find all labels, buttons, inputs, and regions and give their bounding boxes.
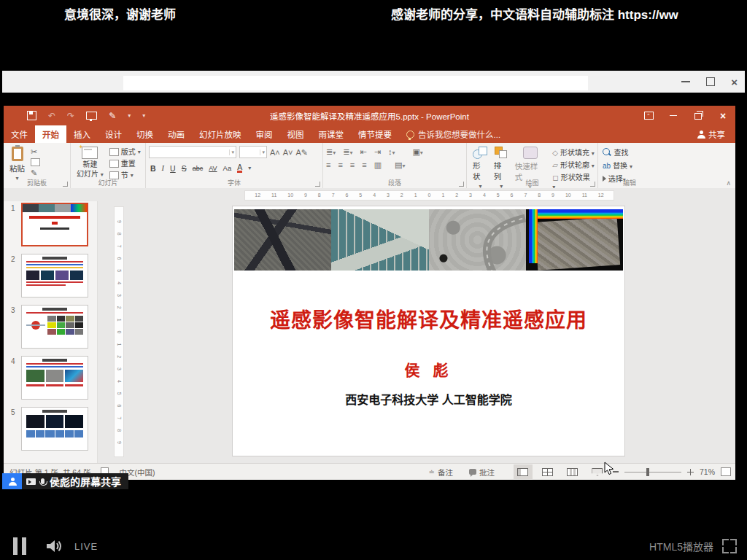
slide-sorter-view-button[interactable] <box>538 464 557 479</box>
ink-pen-icon[interactable]: ✎ <box>109 111 116 121</box>
ppt-minimize-button[interactable] <box>661 106 686 125</box>
horizontal-ruler: 12 11 10 9 8 7 6 5 4 3 2 1 0 1 2 3 4 5 6… <box>244 190 614 201</box>
underline-button[interactable]: U <box>170 164 176 173</box>
align-right-icon[interactable]: ≡ <box>350 160 355 171</box>
ppt-restore-button[interactable] <box>686 106 711 125</box>
font-color-button[interactable]: A <box>237 163 242 173</box>
increase-indent-icon[interactable]: ⇥ <box>374 147 381 158</box>
grow-font-icon[interactable]: A˄ <box>270 148 280 157</box>
share-button[interactable]: 共享 <box>687 125 735 143</box>
ribbon-display-options-button[interactable]: ⌃ <box>636 106 661 125</box>
ppt-close-button[interactable]: × <box>711 106 735 125</box>
slide-image-road <box>429 209 526 271</box>
character-spacing-button[interactable]: AV <box>209 165 217 172</box>
font-size-input[interactable]: ▾ <box>239 146 267 158</box>
tab-slideshow[interactable]: 幻灯片放映 <box>192 125 249 143</box>
cut-icon[interactable]: ✂ <box>31 147 40 156</box>
zoom-in-button[interactable] <box>687 469 694 475</box>
tab-file[interactable]: 文件 <box>4 125 35 143</box>
powerpoint-window: ↶ ↷ ✎ ▾ ▾ 遥感影像智能解译及精准遥感应用5.pptx - PowerP… <box>4 106 735 479</box>
tab-transitions[interactable]: 切换 <box>129 125 160 143</box>
thumbnail-slide-3[interactable]: 3 <box>11 305 88 349</box>
shape-fill-button[interactable]: ◇形状填充 ▾ <box>552 147 595 158</box>
layout-button[interactable]: 版式▾ <box>109 147 141 157</box>
font-dialog-launcher-icon[interactable] <box>315 182 320 187</box>
qat-dropdown-icon[interactable]: ▾ <box>128 112 131 119</box>
comments-icon <box>469 469 476 475</box>
slide-image-strip <box>234 209 623 271</box>
paste-button[interactable]: 粘贴 ▾ <box>7 146 28 182</box>
shape-outline-button[interactable]: ▱形状轮廓 ▾ <box>552 159 595 170</box>
redo-icon[interactable]: ↷ <box>67 111 74 121</box>
tell-me-box[interactable]: 告诉我您想要做什么... <box>399 125 508 143</box>
tab-animations[interactable]: 动画 <box>160 125 192 143</box>
thumbnail-slide-1[interactable]: 1 <box>11 203 88 246</box>
collapse-ribbon-chevron-icon[interactable]: ∧ <box>726 179 731 187</box>
zoom-level[interactable]: 71% <box>700 467 715 476</box>
outer-maximize-button[interactable] <box>706 77 715 86</box>
text-direction-icon[interactable]: ▣▾ <box>412 147 422 158</box>
font-color-dropdown-icon[interactable]: ▾ <box>248 165 251 171</box>
text-shadow-button[interactable]: abc <box>193 165 204 172</box>
decrease-indent-icon[interactable]: ⇤ <box>360 147 366 158</box>
justify-icon[interactable]: ≡ <box>362 160 366 171</box>
outer-minimize-button[interactable] <box>681 81 690 82</box>
thumbnail-slide-2[interactable]: 2 <box>11 254 88 298</box>
volume-button[interactable] <box>45 537 64 555</box>
line-spacing-icon[interactable]: ↕▾ <box>388 147 395 158</box>
format-painter-icon[interactable]: ✎ <box>31 168 40 177</box>
thumbnail-slide-5[interactable]: 5 <box>11 407 88 451</box>
live-badge: LIVE <box>74 541 98 552</box>
thumbnail-slide-4[interactable]: 4 <box>11 356 88 400</box>
start-slideshow-icon[interactable] <box>86 112 97 120</box>
pause-button[interactable] <box>13 537 26 555</box>
numbering-icon[interactable]: ≣▾ <box>343 147 352 158</box>
save-icon[interactable] <box>27 111 36 120</box>
clipboard-dialog-launcher-icon[interactable] <box>63 182 68 187</box>
columns-icon[interactable]: ▥ <box>374 160 382 171</box>
bullets-icon[interactable]: ≣▾ <box>326 147 336 158</box>
slide-title: 遥感影像智能解译及精准遥感应用 <box>233 304 624 333</box>
italic-button[interactable]: I <box>162 164 165 172</box>
new-slide-icon <box>82 147 98 159</box>
presenter-avatar[interactable] <box>2 473 22 489</box>
zoom-slider[interactable] <box>624 472 681 472</box>
tab-storyboarding[interactable]: 情节提要 <box>351 125 399 143</box>
reset-button[interactable]: 重置 <box>109 159 141 168</box>
new-slide-button[interactable]: 新建 幻灯片 ▾ <box>74 146 107 180</box>
notes-button[interactable]: ≐备注 <box>429 467 453 478</box>
fit-slide-to-window-button[interactable] <box>721 467 731 476</box>
workspace: 1 2 <box>4 201 735 463</box>
qat-customize-icon[interactable]: ▾ <box>142 112 145 119</box>
shrink-font-icon[interactable]: A˅ <box>283 148 293 157</box>
tab-home[interactable]: 开始 <box>35 125 66 143</box>
copy-icon[interactable] <box>31 158 40 166</box>
bold-button[interactable]: B <box>150 164 156 173</box>
smartart-convert-icon[interactable]: ▤▾ <box>395 160 405 171</box>
tab-design[interactable]: 设计 <box>98 125 129 143</box>
slide-canvas[interactable]: 遥感影像智能解译及精准遥感应用 侯 彪 西安电子科技大学 人工智能学院 <box>233 206 624 456</box>
font-name-input[interactable]: ▾ <box>149 146 236 158</box>
tab-review[interactable]: 审阅 <box>249 125 280 143</box>
fullscreen-button[interactable] <box>722 539 737 553</box>
change-case-button[interactable]: Aa <box>223 164 232 172</box>
person-icon <box>697 131 705 138</box>
find-button[interactable]: 查找 <box>603 147 658 158</box>
zoom-slider-thumb[interactable] <box>646 468 649 476</box>
tab-rain-classroom[interactable]: 雨课堂 <box>311 125 352 143</box>
replace-button[interactable]: ab替换 ▾ <box>603 160 658 171</box>
paste-clipboard-icon <box>12 147 23 161</box>
align-left-icon[interactable]: ≡ <box>326 160 330 171</box>
paragraph-dialog-launcher-icon[interactable] <box>459 182 464 187</box>
tab-insert[interactable]: 插入 <box>66 125 98 143</box>
clear-formatting-icon[interactable]: A✎ <box>296 148 309 157</box>
outer-close-button[interactable]: × <box>731 77 738 88</box>
undo-icon[interactable]: ↶ <box>48 111 55 121</box>
comments-button[interactable]: 批注 <box>469 467 495 478</box>
normal-view-button[interactable] <box>514 464 533 479</box>
drawing-dialog-launcher-icon[interactable] <box>590 182 595 187</box>
align-center-icon[interactable]: ≡ <box>338 160 342 171</box>
reading-view-button[interactable] <box>563 464 582 479</box>
tab-view[interactable]: 视图 <box>280 125 311 143</box>
strikethrough-button[interactable]: S <box>182 164 187 173</box>
